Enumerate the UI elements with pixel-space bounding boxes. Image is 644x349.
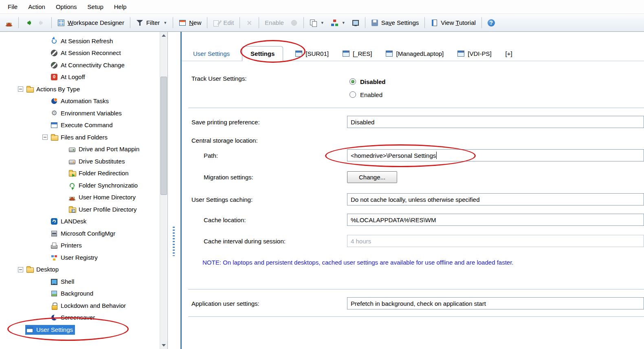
workspace-designer-button[interactable]: Workspace Designer	[55, 17, 127, 29]
scrollbar-thumb[interactable]	[160, 77, 167, 195]
drive-substitutes-icon	[68, 158, 76, 165]
tree-item-user-settings[interactable]: User Settings	[0, 324, 161, 336]
cache-location-label: Cache location:	[191, 216, 347, 223]
user-settings-caching-input[interactable]: Do not cache locally, unless otherwise s…	[347, 193, 644, 205]
tree-item-shell[interactable]: Shell	[0, 276, 161, 288]
tree-item-drive-substitutes[interactable]: Drive Substitutes	[0, 155, 161, 168]
tab-vdi-ps[interactable]: [VDI-PS]	[456, 46, 493, 61]
org-chart-button[interactable]: ▼	[328, 17, 348, 29]
tree-item-at-session-refresh[interactable]: At Session Refresh	[0, 35, 161, 47]
tab-sur01[interactable]: [SUR01]	[294, 46, 330, 61]
help-button[interactable]	[485, 17, 498, 29]
delete-button[interactable]	[243, 17, 256, 29]
tree-item-at-connectivity-change[interactable]: At Connectivity Change	[0, 59, 161, 71]
path-input[interactable]: <homedrive>\Personal Settings	[347, 149, 644, 161]
forward-button[interactable]	[35, 17, 48, 29]
new-button[interactable]: New	[176, 17, 204, 29]
menu-help[interactable]: Help	[109, 1, 132, 12]
lock-icon	[51, 302, 58, 309]
input-value: 4 hours	[351, 238, 371, 245]
enable-button[interactable]: Enable	[262, 17, 287, 28]
tree-item-label: Shell	[61, 278, 74, 285]
tree-item-actions-by-type[interactable]: Actions By Type	[0, 83, 161, 95]
cache-location-input[interactable]: %LOCALAPPDATA%\RES\WM	[347, 214, 644, 226]
home-button[interactable]	[2, 17, 15, 29]
section-divider	[188, 316, 644, 317]
scroll-down-icon[interactable]	[160, 342, 167, 349]
tree-item-drive-and-port-mapping[interactable]: Drive and Port Mappin	[0, 144, 161, 156]
toolbar-separator	[424, 17, 425, 28]
save-printing-preference-input[interactable]: Disabled	[347, 116, 644, 128]
track-user-settings-group: Disabled Enabled	[347, 75, 644, 101]
tab-user-settings[interactable]: User Settings	[191, 46, 231, 61]
tree-item-folder-redirection[interactable]: Folder Redirection	[0, 168, 161, 180]
tree-item-background[interactable]: Background	[0, 288, 161, 300]
toolbar-separator	[173, 17, 173, 28]
splitter-grip-icon[interactable]	[173, 227, 175, 256]
tree-item-user-registry[interactable]: User Registry	[0, 252, 161, 264]
org-chart-icon	[331, 19, 338, 27]
environment-variables-icon	[51, 110, 58, 117]
input-value: Disabled	[351, 119, 374, 126]
scroll-up-icon[interactable]	[160, 32, 167, 39]
tree-item-files-and-folders[interactable]: Files and Folders	[0, 131, 161, 144]
profile-directory-icon	[68, 206, 76, 213]
tab-label: User Settings	[193, 50, 230, 57]
tree-scrollbar[interactable]	[160, 32, 167, 349]
collapse-expander-icon[interactable]	[18, 267, 23, 272]
radio-label: Enabled	[360, 91, 382, 98]
help-icon	[488, 19, 495, 27]
tree-item-landesk[interactable]: LANDesk	[0, 216, 161, 228]
menu-setup[interactable]: Setup	[82, 1, 109, 12]
tutorial-book-icon	[431, 19, 438, 27]
menu-action[interactable]: Action	[23, 1, 51, 12]
tree-item-user-home-directory[interactable]: User Home Directory	[0, 192, 161, 204]
tree-item-automation-tasks[interactable]: Automation Tasks	[0, 95, 161, 108]
radio-selected-icon[interactable]	[349, 78, 356, 85]
menu-file[interactable]: File	[2, 1, 23, 12]
tree-item-execute-command[interactable]: Execute Command	[0, 119, 161, 132]
radio-icon[interactable]	[349, 91, 356, 98]
tree-item-label: User Profile Directory	[79, 206, 137, 213]
collapse-expander-icon[interactable]	[18, 86, 23, 92]
radio-option-enabled[interactable]: Enabled	[347, 88, 644, 101]
tree-item-printers[interactable]: Printers	[0, 240, 161, 252]
application-user-settings-label: Application user settings:	[191, 300, 347, 307]
tree-item-user-profile-directory[interactable]: User Profile Directory	[0, 203, 161, 216]
tab-managedlaptop[interactable]: [ManagedLaptop]	[384, 46, 445, 61]
tree-item-screensaver[interactable]: Screensaver	[0, 312, 161, 324]
view-tutorial-button[interactable]: View Tutorial	[428, 17, 479, 29]
tab-add[interactable]: [+]	[504, 46, 514, 61]
change-button[interactable]: Change...	[347, 171, 397, 183]
toolbar-separator	[207, 17, 207, 28]
tab-res[interactable]: [_RES]	[341, 46, 374, 61]
tree-item-at-logoff[interactable]: At Logoff	[0, 71, 161, 84]
tree-item-microsoft-configmgr[interactable]: Microsoft ConfigMgr	[0, 228, 161, 240]
automation-tasks-icon	[51, 97, 58, 105]
app-window: File Action Options Setup Help Workspace…	[0, 0, 644, 349]
text-caret	[436, 152, 437, 159]
properties-button[interactable]	[288, 17, 301, 29]
filter-button[interactable]: Filter ▼	[133, 17, 170, 29]
application-user-settings-input[interactable]: Prefetch in background, check on applica…	[347, 297, 644, 309]
menu-options[interactable]: Options	[51, 1, 82, 12]
tab-settings[interactable]: Settings	[242, 46, 283, 61]
edit-icon	[213, 19, 220, 27]
panel-splitter[interactable]	[168, 32, 180, 349]
save-settings-button[interactable]: Save Settings	[368, 17, 422, 29]
tree-item-environment-variables[interactable]: Environment Variables	[0, 107, 161, 119]
collapse-expander-icon[interactable]	[42, 135, 48, 140]
copy-button[interactable]: ▼	[307, 17, 327, 29]
tree-item-at-session-reconnect[interactable]: At Session Reconnect	[0, 47, 161, 60]
tree-item-label: Automation Tasks	[61, 97, 109, 105]
tree-item-folder-synchronization[interactable]: Folder Synchronizatio	[0, 179, 161, 192]
enable-icon	[290, 19, 298, 27]
radio-option-disabled[interactable]: Disabled	[347, 75, 644, 88]
workstation-button[interactable]	[349, 17, 362, 29]
back-button[interactable]	[22, 17, 35, 29]
tree-item-label: Background	[61, 290, 93, 297]
tree-item-lockdown-and-behavior[interactable]: Lockdown and Behavior	[0, 300, 161, 312]
edit-button[interactable]: Edit	[210, 17, 237, 29]
tree-item-desktop[interactable]: Desktop	[0, 264, 161, 276]
input-value: Prefetch in background, check on applica…	[351, 300, 486, 307]
